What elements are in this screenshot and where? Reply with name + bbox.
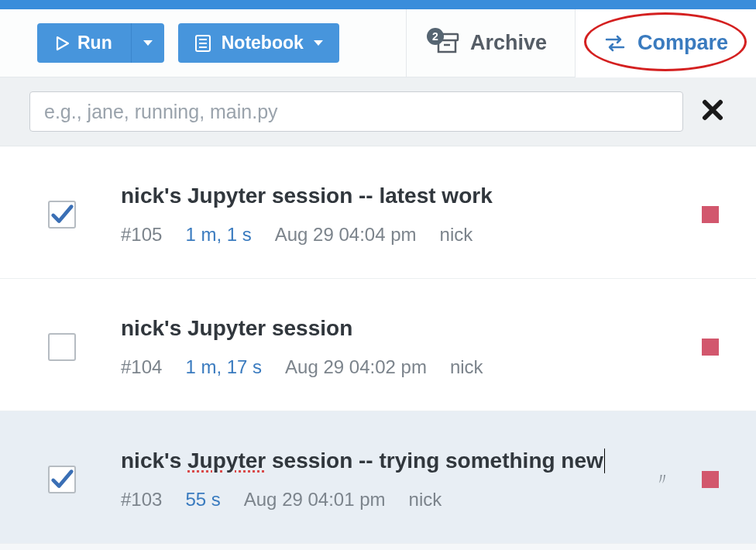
run-dropdown-button[interactable] — [131, 23, 164, 63]
caret-down-icon — [143, 40, 153, 47]
run-button-label: Run — [77, 33, 112, 53]
run-time: Aug 29 04:02 pm — [285, 356, 427, 378]
run-checkbox[interactable] — [48, 333, 76, 361]
close-icon — [702, 99, 723, 121]
run-duration: 55 s — [185, 489, 220, 510]
caret-down-icon — [313, 40, 324, 47]
archive-tab[interactable]: 2 Archive — [406, 9, 575, 77]
run-title[interactable]: nick's Jupyter session — [121, 316, 702, 341]
run-meta: #105 1 m, 1 s Aug 29 04:04 pm nick — [121, 224, 702, 246]
text-cursor — [604, 449, 605, 473]
run-meta: #104 1 m, 17 s Aug 29 04:02 pm nick — [121, 356, 702, 378]
run-duration: 1 m, 17 s — [185, 356, 262, 378]
run-user: nick — [440, 224, 473, 246]
compare-tab[interactable]: Compare — [575, 9, 756, 77]
run-id: #104 — [121, 356, 162, 378]
search-input[interactable] — [29, 91, 683, 132]
run-user: nick — [450, 356, 483, 378]
toolbar: Run Notebook 2 Archive Compare — [0, 9, 756, 77]
run-duration: 1 m, 1 s — [185, 224, 251, 246]
run-title-editing[interactable]: nick's Jupyter session -- trying somethi… — [121, 449, 638, 473]
compare-tab-label: Compare — [637, 31, 728, 55]
edit-handle-icon[interactable]: 〃 — [654, 468, 671, 491]
clear-search-button[interactable] — [683, 97, 727, 127]
run-meta: #103 55 s Aug 29 04:01 pm nick — [121, 489, 638, 510]
archive-count-badge: 2 — [427, 28, 444, 45]
status-indicator[interactable] — [702, 339, 719, 356]
archive-icon-wrap: 2 — [435, 33, 459, 54]
notebook-icon — [194, 34, 212, 53]
run-checkbox[interactable] — [48, 201, 76, 229]
run-id: #103 — [121, 489, 162, 510]
notebook-button-label: Notebook — [222, 33, 304, 53]
run-time: Aug 29 04:04 pm — [275, 224, 417, 246]
status-indicator[interactable] — [702, 206, 719, 223]
play-icon — [56, 36, 70, 51]
top-accent-bar — [0, 0, 756, 9]
status-indicator[interactable] — [702, 471, 719, 488]
run-body: nick's Jupyter session -- latest work #1… — [121, 184, 702, 246]
run-id: #105 — [121, 224, 162, 246]
run-title[interactable]: nick's Jupyter session -- latest work — [121, 184, 702, 208]
run-time: Aug 29 04:01 pm — [244, 489, 386, 510]
run-item[interactable]: nick's Jupyter session -- trying somethi… — [0, 411, 756, 544]
notebook-button[interactable]: Notebook — [178, 23, 339, 63]
run-user: nick — [409, 489, 442, 510]
run-button-group: Run — [37, 23, 164, 63]
run-list: nick's Jupyter session -- latest work #1… — [0, 146, 756, 544]
run-button[interactable]: Run — [37, 23, 131, 63]
run-body: nick's Jupyter session -- trying somethi… — [121, 449, 638, 510]
search-area — [0, 77, 756, 146]
check-icon — [50, 466, 74, 493]
run-item[interactable]: nick's Jupyter session -- latest work #1… — [0, 146, 756, 279]
run-checkbox[interactable] — [48, 466, 76, 493]
run-item[interactable]: nick's Jupyter session #104 1 m, 17 s Au… — [0, 279, 756, 411]
archive-tab-label: Archive — [470, 31, 547, 55]
compare-icon — [603, 34, 627, 53]
run-body: nick's Jupyter session #104 1 m, 17 s Au… — [121, 316, 702, 378]
check-icon — [50, 201, 74, 228]
